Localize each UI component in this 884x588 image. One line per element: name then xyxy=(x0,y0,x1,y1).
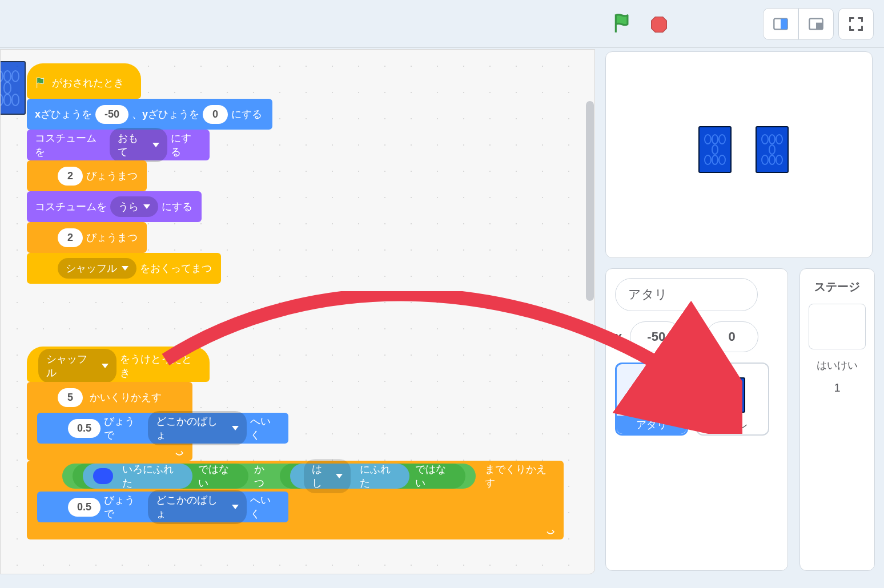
wait-block-2[interactable]: 2 びょうまつ xyxy=(27,222,147,253)
backdrop-thumbnail[interactable] xyxy=(809,304,866,349)
stage-sprite-hazure[interactable] xyxy=(756,126,789,173)
repeat-until-block[interactable]: いろにふれた ではない かつ はし にふれた ではない までくりかえす xyxy=(27,461,564,539)
sprite-name-field[interactable]: アタリ xyxy=(615,278,758,311)
x-label: x xyxy=(615,329,622,344)
stage-selector-panel: ステージ はいけい 1 xyxy=(799,268,875,571)
workspace-scrollbar[interactable] xyxy=(586,101,594,301)
glide-target-dropdown[interactable]: どこかのばしょ xyxy=(148,411,247,445)
not-operator-2[interactable]: はし にふれた ではない xyxy=(280,464,465,489)
stage-title: ステージ xyxy=(814,279,860,295)
script-workspace[interactable]: がおされたとき x ざひょうを -50 、 y ざひょうを 0 にする コスチュ… xyxy=(0,49,595,574)
y-input[interactable]: 0 xyxy=(203,105,228,124)
large-stage-button[interactable] xyxy=(798,8,834,40)
wait-secs-input[interactable]: 2 xyxy=(58,167,83,186)
glide-secs-input[interactable]: 0.5 xyxy=(68,419,101,438)
goto-xy-block[interactable]: x ざひょうを -50 、 y ざひょうを 0 にする xyxy=(27,99,272,130)
script-stack-2[interactable]: シャッフル をうけとったとき 5 かいくりかえす 0.5 びょうで どこかのばし… xyxy=(27,347,564,539)
glide-secs-input-2[interactable]: 0.5 xyxy=(68,498,101,517)
sprite-x-field[interactable]: -50 xyxy=(630,321,682,352)
touching-color-reporter[interactable]: いろにふれた xyxy=(83,464,192,489)
sprite-tile-label: ハズレ xyxy=(697,416,768,434)
green-flag-icon[interactable] xyxy=(612,13,634,37)
svg-rect-2 xyxy=(781,19,787,30)
glide-block-2[interactable]: 0.5 びょうで どこかのばしょ へいく xyxy=(37,492,288,522)
sprite-watermark xyxy=(0,61,26,115)
when-flag-clicked-block[interactable]: がおされたとき xyxy=(27,63,141,99)
touching-dropdown[interactable]: はし xyxy=(304,459,351,493)
stop-icon[interactable] xyxy=(650,15,668,34)
y-label: y xyxy=(690,329,697,344)
script-stack-1[interactable]: がおされたとき x ざひょうを -50 、 y ざひょうを 0 にする コスチュ… xyxy=(27,63,272,284)
svg-marker-0 xyxy=(652,17,667,33)
touching-reporter[interactable]: はし にふれた xyxy=(290,464,409,489)
sprite-y-field[interactable]: 0 xyxy=(706,321,758,352)
message-dropdown[interactable]: シャッフル xyxy=(58,258,136,279)
sprite-info-panel: アタリ x -50 y 0 アタリ ハズレ xyxy=(605,268,788,571)
svg-rect-4 xyxy=(816,23,823,30)
and-operator[interactable]: いろにふれた ではない かつ はし にふれた ではない xyxy=(62,464,476,489)
stage-view[interactable] xyxy=(605,51,873,258)
block-label: がおされたとき xyxy=(52,76,124,90)
color-chip[interactable] xyxy=(93,468,113,484)
glide-block[interactable]: 0.5 びょうで どこかのばしょ へいく xyxy=(37,413,288,444)
message-dropdown-2[interactable]: シャッフル xyxy=(38,349,116,383)
switch-costume-block-2[interactable]: コスチュームを うら にする xyxy=(27,191,202,222)
small-stage-button[interactable] xyxy=(763,8,798,40)
glide-target-dropdown-2[interactable]: どこかのばしょ xyxy=(148,490,247,524)
backdrop-count: 1 xyxy=(834,381,840,394)
sprite-tile-atari[interactable]: アタリ xyxy=(615,363,688,436)
x-input[interactable]: -50 xyxy=(95,105,128,124)
broadcast-wait-block[interactable]: シャッフル をおくってまつ xyxy=(27,253,221,284)
backdrop-label: はいけい xyxy=(817,359,858,372)
repeat-block[interactable]: 5 かいくりかえす 0.5 びょうで どこかのばしょ へいく xyxy=(27,382,192,461)
wait-secs-input-2[interactable]: 2 xyxy=(58,228,83,247)
costume-dropdown[interactable]: おもて xyxy=(110,128,167,162)
sprite-tile-hazure[interactable]: ハズレ xyxy=(696,363,769,436)
costume-dropdown-2[interactable]: うら xyxy=(110,196,158,217)
when-receive-block[interactable]: シャッフル をうけとったとき xyxy=(27,347,210,382)
not-operator-1[interactable]: いろにふれた ではない xyxy=(73,464,248,489)
sprite-tile-label: アタリ xyxy=(617,416,686,434)
top-bar xyxy=(0,0,884,48)
fullscreen-button[interactable] xyxy=(838,8,874,40)
repeat-count-input[interactable]: 5 xyxy=(58,388,83,407)
switch-costume-block[interactable]: コスチュームを おもて にする xyxy=(27,130,210,160)
wait-block[interactable]: 2 びょうまつ xyxy=(27,160,147,191)
stage-sprite-atari[interactable] xyxy=(698,126,732,173)
